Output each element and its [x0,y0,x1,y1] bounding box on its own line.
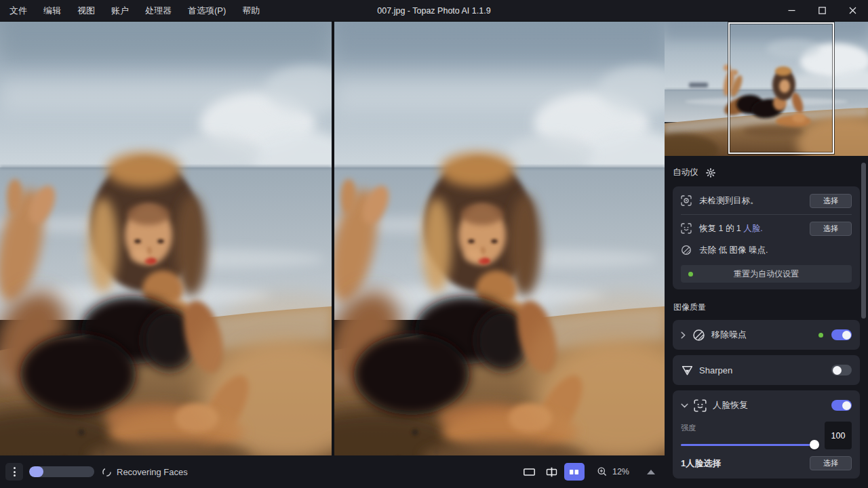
spinner-icon [102,467,112,477]
menu-item-account[interactable]: 账户 [103,0,137,21]
face-recovery-header[interactable]: 人脸恢复 [681,390,852,420]
autopilot-card: 未检测到目标。 选择 [673,186,860,289]
strength-value-box[interactable]: 100 [825,422,852,449]
autopilot-enabled-dot [818,333,823,338]
no-subject-text: 未检测到目标。 [699,195,759,207]
denoise-icon [692,329,705,342]
progress-bar [29,466,94,477]
filter-card-sharpen: Sharpen [673,355,860,385]
autopilot-subject-row: 未检测到目标。 选择 [681,193,852,208]
menu-item-preferences[interactable]: 首选项(P) [180,0,234,21]
navigator-viewport-rect[interactable] [728,22,834,154]
filter-card-remove-noise: 移除噪点 [673,320,860,350]
menu-item-view[interactable]: 视图 [69,0,103,21]
denoise-icon [681,245,692,256]
chevron-down-icon[interactable] [681,403,688,408]
face-recovery-icon [694,399,707,412]
zoom-menu-icon[interactable] [647,470,655,474]
autopilot-face-row: 恢复 1 的 1 人脸. 选择 [681,221,852,236]
autopilot-noise-row: 去除 低 图像 噪点. [681,243,852,258]
noise-removal-text: 去除 低 图像 噪点. [699,245,768,256]
image-quality-section-title: 图像质量 [673,302,860,313]
subject-select-button[interactable]: 选择 [810,194,852,208]
chevron-right-icon[interactable] [681,331,686,339]
settings-panel: 自动仪 [665,156,868,484]
minimize-icon [788,7,795,14]
face-recovery-label: 人脸恢复 [713,399,748,411]
menu-item-file[interactable]: 文件 [1,0,35,21]
maximize-button[interactable] [807,0,837,21]
window-controls [776,0,868,21]
sidebar-scrollbar[interactable] [861,163,866,319]
close-icon [849,7,856,14]
menu-item-help[interactable]: 帮助 [234,0,268,21]
gear-icon[interactable] [706,168,715,178]
maximize-icon [818,7,826,14]
status-bar: Recovering Faces [0,455,665,488]
menu-item-processor[interactable]: 处理器 [137,0,180,21]
subject-detect-icon [681,195,692,206]
view-split-button[interactable] [542,463,562,481]
window-title: 007.jpg - Topaz Photo AI 1.1.9 [377,6,490,16]
strength-slider[interactable] [681,440,816,449]
title-bar: 文件 编辑 视图 账户 处理器 首选项(P) 帮助 007.jpg - Topa… [0,0,868,22]
faces-select-button[interactable]: 选择 [810,456,852,470]
minimize-button[interactable] [776,0,807,21]
sidebar: 自动仪 [665,22,868,488]
sharpen-header[interactable]: Sharpen [681,355,852,385]
progress-fill [29,466,43,477]
before-image[interactable] [0,22,332,455]
face-recovery-toggle[interactable] [831,400,852,411]
strength-slider-fill [681,444,816,446]
view-side-by-side-button[interactable] [564,463,585,481]
view-single-icon [523,467,536,477]
face-select-button[interactable]: 选择 [810,222,852,236]
zoom-in-icon [597,466,608,477]
view-split-icon [545,467,558,477]
faces-selected-text: 1人脸选择 [681,458,721,470]
face-recovery-text: 恢复 1 的 1 人脸. [699,223,763,235]
autopilot-status-dot [688,272,693,277]
face-detect-icon [681,223,692,234]
zoom-level: 12% [612,467,629,476]
sharpen-toggle[interactable] [831,365,852,375]
kebab-menu-icon [14,467,16,469]
strength-label: 强度 [681,423,816,433]
save-area: 保存图像 [665,484,868,488]
sharpen-label: Sharpen [699,365,732,375]
after-image[interactable] [334,22,665,455]
autopilot-title: 自动仪 [673,167,698,178]
view-mode-group [519,463,585,481]
divider [681,214,852,215]
view-single-button[interactable] [519,463,540,481]
menu-item-edit[interactable]: 编辑 [35,0,69,21]
face-recovery-body: 强度 100 1人脸选择 选择 [681,420,852,479]
close-button[interactable] [837,0,868,21]
app-window: 文件 编辑 视图 账户 处理器 首选项(P) 帮助 007.jpg - Topa… [0,0,868,488]
view-side-by-side-icon [568,467,580,477]
sharpen-icon [682,365,693,375]
comparison-view [0,22,665,455]
faces-link[interactable]: 人脸. [743,224,762,233]
remove-noise-header[interactable]: 移除噪点 [681,320,852,350]
more-options-button[interactable] [5,463,23,481]
strength-slider-knob[interactable] [810,440,819,449]
menu-bar: 文件 编辑 视图 账户 处理器 首选项(P) 帮助 [0,0,268,21]
zoom-control[interactable]: 12% [597,466,655,477]
filter-card-face-recovery: 人脸恢复 强度 [673,390,860,479]
remove-noise-label: 移除噪点 [711,329,747,341]
progress-status-text: Recovering Faces [117,467,188,477]
reset-autopilot-button[interactable]: 重置为自动仪设置 [681,265,852,283]
remove-noise-toggle[interactable] [831,329,852,340]
navigator-thumbnail[interactable] [665,22,868,156]
